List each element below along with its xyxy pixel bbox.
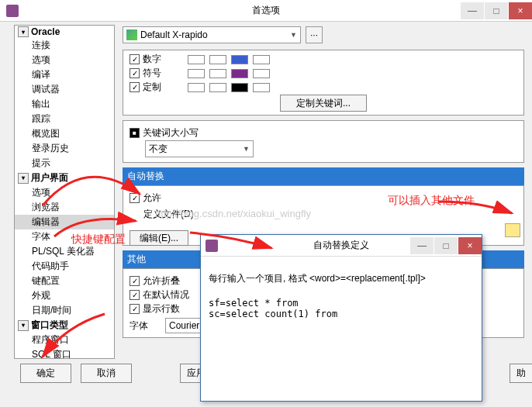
tree-item-keyconfig[interactable]: 键配置 (15, 274, 114, 288)
tree-item[interactable]: 日期/时间 (15, 303, 114, 318)
app-icon (206, 240, 218, 252)
checkbox-lines[interactable]: ✓ (130, 304, 140, 314)
app-icon (6, 5, 19, 17)
tree-item[interactable]: PL/SQL 美化器 (15, 244, 114, 259)
checkbox-custom[interactable]: ✓ (130, 82, 140, 92)
color-swatch[interactable] (231, 83, 248, 92)
help-button[interactable]: 助 (510, 364, 532, 383)
section-bullet: ■ (130, 128, 140, 138)
chevron-down-icon: ▼ (290, 31, 297, 39)
collapse-icon[interactable]: ▾ (18, 173, 29, 184)
definition-textarea[interactable]: sf=select * from sc=select count(1) from (209, 298, 474, 319)
tree-item[interactable]: 字体 (15, 229, 114, 244)
category-tree[interactable]: ▾Oracle 连接 选项 编译 调试器 输出 跟踪 概览图 登录历史 提示 ▾… (14, 25, 115, 359)
color-swatch[interactable] (253, 69, 270, 78)
close-button[interactable]: × (509, 2, 532, 19)
modal-close[interactable]: × (458, 237, 482, 254)
maximize-button[interactable]: □ (485, 2, 508, 19)
ok-button[interactable]: 确定 (20, 364, 71, 383)
tree-item-editor[interactable]: 编辑器 (15, 215, 114, 229)
custom-keyword-button[interactable]: 定制关键词... (280, 95, 367, 112)
tree-item[interactable]: 连接 (15, 38, 114, 53)
chevron-down-icon: ▼ (243, 145, 250, 153)
tree-item[interactable]: 代码助手 (15, 259, 114, 274)
tree-item[interactable]: 程序窗口 (15, 333, 114, 347)
modal-maximize[interactable]: □ (434, 237, 458, 254)
color-swatch[interactable] (188, 83, 205, 92)
keyword-case-combo[interactable]: 不变▼ (145, 140, 254, 157)
profile-icon (126, 29, 137, 40)
color-swatch[interactable] (253, 55, 270, 64)
window-buttons: — □ × (460, 2, 532, 19)
tree-item[interactable]: 提示 (15, 156, 114, 171)
color-swatch[interactable] (253, 83, 270, 92)
tree-cat-windowtype[interactable]: ▾窗口类型 (15, 318, 114, 333)
checkbox-allow[interactable]: ✓ (130, 193, 140, 203)
tree-item[interactable]: 输出 (15, 97, 114, 112)
tree-item[interactable]: 跟踪 (15, 112, 114, 126)
tree-item[interactable]: 调试器 (15, 82, 114, 97)
color-swatch[interactable] (209, 69, 226, 78)
tree-item[interactable]: 编译 (15, 67, 114, 82)
tree-item[interactable]: 选项 (15, 185, 114, 200)
collapse-icon[interactable]: ▾ (18, 26, 29, 37)
color-swatch[interactable] (209, 55, 226, 64)
tree-item[interactable]: 概览图 (15, 126, 114, 141)
tree-item[interactable]: 选项 (15, 53, 114, 67)
watermark: http://blog.csdn.net/xiaokui_wingfly (155, 208, 311, 219)
tree-item[interactable]: 登录历史 (15, 141, 114, 156)
edit-button[interactable]: 编辑(E)... (130, 230, 188, 246)
checkbox-fold[interactable]: ✓ (130, 276, 140, 286)
color-swatch[interactable] (231, 69, 248, 78)
minimize-button[interactable]: — (461, 2, 484, 19)
checkbox-number[interactable]: ✓ (130, 54, 140, 64)
tree-item[interactable]: SQL 窗口 (15, 347, 114, 359)
cancel-button[interactable]: 取消 (81, 364, 132, 383)
window-title: 首选项 (252, 4, 280, 17)
auto-replace-definition-dialog: 自动替换定义 — □ × 每行输入一个项目, 格式 <word>=<replac… (200, 234, 482, 402)
color-swatch[interactable] (231, 55, 248, 64)
color-swatch[interactable] (209, 83, 226, 92)
more-button[interactable]: ··· (306, 26, 323, 43)
profile-combo[interactable]: Default X-rapido ▼ (123, 26, 301, 43)
color-swatch[interactable] (188, 55, 205, 64)
tree-cat-oracle[interactable]: ▾Oracle (15, 26, 114, 38)
color-swatch[interactable] (188, 69, 205, 78)
modal-titlebar: 自动替换定义 — □ × (201, 235, 482, 257)
modal-hint: 每行输入一个项目, 格式 <word>=<replacement[.tpl]> (209, 272, 474, 285)
checkbox-symbol[interactable]: ✓ (130, 68, 140, 78)
checkbox-default[interactable]: ✓ (130, 290, 140, 300)
tree-item[interactable]: 浏览器 (15, 200, 114, 215)
tree-item[interactable]: 外观 (15, 288, 114, 303)
window-titlebar: 首选项 — □ × (0, 0, 532, 22)
folder-icon[interactable] (505, 223, 520, 237)
collapse-icon[interactable]: ▾ (18, 320, 29, 331)
tree-cat-ui[interactable]: ▾用户界面 (15, 171, 114, 185)
auto-replace-header: 自动替换 (123, 167, 524, 185)
modal-minimize[interactable]: — (410, 237, 434, 254)
